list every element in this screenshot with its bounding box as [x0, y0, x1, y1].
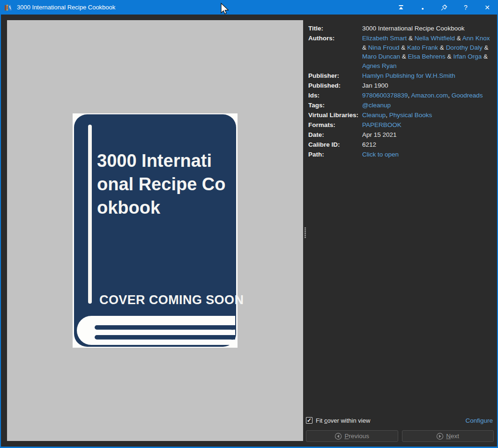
- author-link[interactable]: Irfan Orga: [453, 53, 482, 60]
- metadata-separator-text: &: [400, 44, 408, 51]
- metadata-label: Tags:: [308, 101, 362, 110]
- scroll-top-icon[interactable]: [390, 0, 412, 15]
- metadata-separator-text: &: [362, 44, 368, 51]
- check-icon: ✓: [307, 418, 312, 423]
- metadata-value: Jan 1900: [362, 81, 494, 90]
- metadata-row: Virtual Libraries:Cleanup, Physical Book…: [308, 111, 494, 120]
- help-icon[interactable]: ?: [455, 0, 476, 15]
- cover-coming-soon-text: COVER COMING SOON: [99, 293, 244, 307]
- pin-icon[interactable]: [433, 0, 455, 15]
- metadata-separator-text: &: [407, 35, 415, 42]
- metadata-row: Ids:9780600378839, Amazon.com, Goodreads: [308, 91, 494, 100]
- author-link[interactable]: Agnes Ryan: [362, 62, 397, 69]
- format-link[interactable]: PAPERBOOK: [362, 121, 401, 128]
- configure-link[interactable]: Configure: [465, 417, 493, 424]
- metadata-label: Published:: [308, 81, 362, 90]
- author-link[interactable]: Ann Knox: [462, 35, 490, 42]
- minimize-icon[interactable]: [412, 0, 433, 15]
- calibre-app-icon: [4, 4, 13, 11]
- metadata-row: Calibre ID:6212: [308, 140, 494, 149]
- author-link[interactable]: Nella Whitfield: [415, 35, 455, 42]
- titlebar: 3000 International Recipe Cookbook ? ✕: [0, 0, 498, 15]
- metadata-label: Formats:: [308, 120, 362, 130]
- book-cover[interactable]: 3000 Internati onal Recipe Co okbook COV…: [73, 113, 238, 348]
- cover-title-text: 3000 Internati onal Recipe Co okbook: [97, 149, 234, 219]
- metadata-separator-text: &: [455, 35, 462, 42]
- metadata-separator-text: &: [482, 53, 488, 60]
- metadata-label: Virtual Libraries:: [308, 111, 362, 120]
- metadata-label: Path:: [308, 150, 362, 159]
- metadata-row: Authors:Elizabeth Smart & Nella Whitfiel…: [308, 34, 494, 70]
- path-link[interactable]: Click to open: [362, 151, 399, 158]
- virtual-library-link[interactable]: Physical Books: [389, 112, 432, 119]
- metadata-row: Publisher:Hamlyn Publishing for W.H.Smit…: [308, 71, 494, 81]
- author-link[interactable]: Elsa Behrens: [408, 53, 446, 60]
- metadata-separator-text: &: [400, 53, 408, 60]
- metadata-label: Date:: [308, 130, 362, 140]
- navigation-buttons: Previous Next: [306, 430, 494, 442]
- metadata-value: 9780600378839, Amazon.com, Goodreads: [362, 91, 494, 100]
- metadata-row: Path:Click to open: [308, 150, 494, 159]
- metadata-value: 6212: [362, 140, 494, 149]
- metadata-value: Cleanup, Physical Books: [362, 111, 494, 120]
- next-button[interactable]: Next: [402, 430, 494, 442]
- amazon-link[interactable]: Amazon.com: [411, 92, 448, 99]
- metadata-panel: Title:3000 International Recipe Cookbook…: [306, 20, 494, 447]
- metadata-row: Title:3000 International Recipe Cookbook: [308, 24, 494, 33]
- metadata-row: Tags:@cleanup: [308, 101, 494, 110]
- metadata-value: Click to open: [362, 150, 494, 159]
- metadata-label: Title:: [308, 24, 362, 33]
- metadata-separator-text: Jan 1900: [362, 82, 388, 89]
- book-spine-line: [88, 125, 92, 304]
- cover-view-panel: 3000 Internati onal Recipe Co okbook COV…: [7, 20, 303, 441]
- metadata-value: Hamlyn Publishing for W.H.Smith: [362, 71, 494, 81]
- author-link[interactable]: Elizabeth Smart: [362, 35, 407, 42]
- metadata-separator-text: ,: [386, 112, 389, 119]
- book-pages-icon: [77, 316, 235, 345]
- author-link[interactable]: Maro Duncan: [362, 53, 400, 60]
- book-details-window: 3000 International Recipe Cookbook ? ✕: [0, 0, 498, 448]
- virtual-library-link[interactable]: Cleanup: [362, 112, 386, 119]
- metadata-value: Apr 15 2021: [362, 130, 494, 140]
- previous-button[interactable]: Previous: [306, 430, 398, 442]
- metadata-separator-text: ,: [448, 92, 452, 99]
- metadata-separator-text: Apr 15 2021: [362, 131, 397, 138]
- metadata-value: 3000 International Recipe Cookbook: [362, 24, 494, 33]
- metadata-separator-text: 6212: [362, 141, 376, 148]
- metadata-separator-text: &: [483, 44, 489, 51]
- metadata-label: Ids:: [308, 91, 362, 100]
- cover-placeholder-book: 3000 Internati onal Recipe Co okbook COV…: [74, 114, 236, 347]
- metadata-label: Calibre ID:: [308, 140, 362, 149]
- fit-cover-row: ✓ Fit cover within view Configure: [306, 415, 493, 426]
- metadata-value: @cleanup: [362, 101, 494, 110]
- metadata-row: Date:Apr 15 2021: [308, 130, 494, 140]
- metadata-value: PAPERBOOK: [362, 120, 494, 130]
- metadata-table: Title:3000 International Recipe Cookbook…: [308, 24, 494, 415]
- author-link[interactable]: Dorothy Daly: [446, 44, 483, 51]
- metadata-separator-text: &: [446, 53, 453, 60]
- isbn-link[interactable]: 9780600378839: [362, 92, 408, 99]
- goodreads-link[interactable]: Goodreads: [452, 92, 483, 99]
- author-link[interactable]: Nina Froud: [368, 44, 400, 51]
- author-link[interactable]: Kato Frank: [407, 44, 438, 51]
- close-icon[interactable]: ✕: [476, 0, 498, 15]
- previous-arrow-icon: [334, 433, 342, 440]
- next-arrow-icon: [436, 433, 444, 440]
- fit-cover-checkbox[interactable]: ✓: [306, 417, 312, 424]
- publisher-link[interactable]: Hamlyn Publishing for W.H.Smith: [362, 72, 455, 79]
- window-title: 3000 International Recipe Cookbook: [17, 4, 390, 11]
- fit-cover-label: Fit cover within view: [316, 417, 370, 424]
- metadata-row: Formats:PAPERBOOK: [308, 120, 494, 130]
- metadata-label: Authors:: [308, 34, 362, 70]
- metadata-value: Elizabeth Smart & Nella Whitfield & Ann …: [362, 34, 494, 70]
- tag-link[interactable]: @cleanup: [362, 102, 391, 109]
- metadata-label: Publisher:: [308, 71, 362, 81]
- metadata-separator-text: &: [438, 44, 446, 51]
- metadata-row: Published:Jan 1900: [308, 81, 494, 90]
- metadata-separator-text: 3000 International Recipe Cookbook: [362, 25, 464, 32]
